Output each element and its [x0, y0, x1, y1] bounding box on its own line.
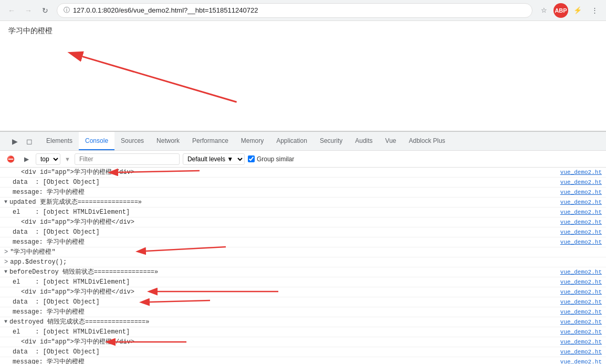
- console-line-content: el : [object HTMLDivElement]: [13, 277, 549, 287]
- console-line-content: message: 学习中的橙橙: [13, 188, 549, 197]
- console-line: <div id="app">学习中的橙橙</div> vue_demo2.ht: [0, 337, 606, 347]
- console-line-destroyed: ▼ destroyed 销毁完成状态================» vue_…: [0, 317, 606, 327]
- console-line: data : [Object Object] vue_demo2.ht: [0, 297, 606, 307]
- console-line-source[interactable]: vue_demo2.ht: [549, 287, 602, 297]
- console-line-source[interactable]: vue_demo2.ht: [549, 337, 602, 347]
- console-toolbar: ⛔ ▶ top ▼ Default levels ▼ Group similar: [0, 151, 606, 168]
- group-similar-label[interactable]: Group similar: [248, 155, 294, 163]
- console-line-content: message: 学习中的橙橙: [13, 307, 549, 317]
- annotation-arrow: [0, 21, 606, 131]
- console-line: el : [object HTMLDivElement] vue_demo2.h…: [0, 327, 606, 337]
- console-line-content: updated 更新完成状态================»: [9, 197, 549, 207]
- tab-console[interactable]: Console: [79, 132, 114, 150]
- browser-actions: ☆ ABP ⚡ ⋮: [537, 3, 602, 18]
- console-output: <div id="app">学习中的橙橙</div> vue_demo2.ht …: [0, 168, 606, 364]
- preserve-log-button[interactable]: ▶: [20, 153, 33, 165]
- tab-sources[interactable]: Sources: [114, 132, 150, 150]
- console-line-source[interactable]: vue_demo2.ht: [549, 357, 602, 364]
- console-line-content: el : [object HTMLDivElement]: [13, 207, 549, 217]
- select-arrow-icon: ▼: [65, 156, 70, 162]
- star-button[interactable]: ☆: [537, 3, 551, 18]
- extension-button[interactable]: ⚡: [570, 3, 585, 18]
- filter-input[interactable]: [75, 153, 180, 165]
- console-line-source[interactable]: vue_demo2.ht: [549, 297, 602, 307]
- console-line-command: > app.$destroy();: [0, 257, 606, 267]
- url-text: 127.0.0.1:8020/es6/vue_demo2.html?__hbt=…: [73, 6, 526, 14]
- console-line-source[interactable]: vue_demo2.ht: [549, 227, 602, 237]
- menu-button[interactable]: ⋮: [587, 3, 602, 18]
- console-line-content: beforeDestroy 销毁前状态================»: [9, 267, 549, 277]
- toggle-beforedestroy[interactable]: ▼: [4, 267, 7, 277]
- console-line: data : [Object Object] vue_demo2.ht: [0, 178, 606, 188]
- console-line-content: <div id="app">学习中的橙橙</div>: [21, 217, 549, 227]
- console-line-source[interactable]: vue_demo2.ht: [549, 307, 602, 317]
- clear-console-button[interactable]: ⛔: [4, 153, 17, 165]
- chevron-right-icon: >: [4, 257, 8, 267]
- console-line-content: el : [object HTMLDivElement]: [13, 327, 549, 337]
- console-line-content: <div id="app">学习中的橙橙</div>: [21, 287, 549, 297]
- console-line-content: message: 学习中的橙橙: [13, 237, 549, 247]
- browser-toolbar: ← → ↻ ⓘ 127.0.0.1:8020/es6/vue_demo2.htm…: [0, 0, 606, 21]
- tab-security[interactable]: Security: [314, 132, 349, 150]
- devtools-icons: ▶ ◻: [4, 132, 40, 150]
- console-line-content: data : [Object Object]: [13, 347, 549, 357]
- tab-elements[interactable]: Elements: [40, 132, 79, 150]
- console-line: message: 学习中的橙橙 vue_demo2.ht: [0, 188, 606, 197]
- console-line: data : [Object Object] vue_demo2.ht: [0, 347, 606, 357]
- toggle-destroyed[interactable]: ▼: [4, 317, 7, 327]
- tab-application[interactable]: Application: [270, 132, 314, 150]
- nav-buttons: ← → ↻: [4, 3, 53, 18]
- page-content-area: 学习中的橙橙: [0, 21, 606, 131]
- page-title: 学习中的橙橙: [8, 26, 598, 36]
- console-line-source[interactable]: vue_demo2.ht: [549, 277, 602, 287]
- console-line-source[interactable]: vue_demo2.ht: [549, 207, 602, 217]
- toggle-updated[interactable]: ▼: [4, 197, 7, 207]
- tab-adblock[interactable]: Adblock Plus: [403, 132, 452, 150]
- console-line-source[interactable]: vue_demo2.ht: [549, 347, 602, 357]
- lock-icon: ⓘ: [64, 6, 70, 15]
- tab-network[interactable]: Network: [150, 132, 186, 150]
- console-line: data : [Object Object] vue_demo2.ht: [0, 227, 606, 237]
- console-line-source[interactable]: vue_demo2.ht: [549, 237, 602, 247]
- console-line: el : [object HTMLDivElement] vue_demo2.h…: [0, 277, 606, 287]
- console-line-content: message: 学习中的橙橙: [13, 357, 549, 364]
- devtools-panel: ▶ ◻ Elements Console Sources Network Per…: [0, 131, 606, 364]
- address-bar[interactable]: ⓘ 127.0.0.1:8020/es6/vue_demo2.html?__hb…: [57, 3, 532, 18]
- console-line-content: data : [Object Object]: [13, 297, 549, 307]
- console-line: el : [object HTMLDivElement] vue_demo2.h…: [0, 207, 606, 217]
- abp-button[interactable]: ABP: [553, 3, 568, 18]
- console-line-source[interactable]: vue_demo2.ht: [549, 197, 602, 207]
- svg-line-1: [82, 57, 237, 102]
- console-line-source[interactable]: vue_demo2.ht: [549, 178, 602, 187]
- console-line-source[interactable]: vue_demo2.ht: [549, 217, 602, 227]
- console-line-source[interactable]: vue_demo2.ht: [549, 267, 602, 277]
- console-line-content: data : [Object Object]: [13, 227, 549, 237]
- levels-select[interactable]: Default levels ▼: [183, 153, 245, 165]
- back-button[interactable]: ←: [4, 3, 19, 18]
- console-line-content: data : [Object Object]: [13, 178, 549, 187]
- console-line-source[interactable]: vue_demo2.ht: [549, 188, 602, 197]
- console-line-content: <div id="app">学习中的橙橙</div>: [21, 337, 549, 347]
- forward-button[interactable]: →: [21, 3, 36, 18]
- console-line-string: > "学习中的橙橙": [0, 247, 606, 257]
- tab-memory[interactable]: Memory: [235, 132, 270, 150]
- console-line-source[interactable]: vue_demo2.ht: [549, 327, 602, 337]
- console-line-content: app.$destroy();: [10, 257, 602, 267]
- console-line-source[interactable]: vue_demo2.ht: [549, 317, 602, 327]
- tab-vue[interactable]: Vue: [379, 132, 403, 150]
- console-line-updated: ▼ updated 更新完成状态================» vue_de…: [0, 197, 606, 207]
- inspect-icon[interactable]: ▶: [8, 135, 21, 148]
- tab-audits[interactable]: Audits: [349, 132, 379, 150]
- console-line: message: 学习中的橙橙 vue_demo2.ht: [0, 357, 606, 364]
- console-line: <div id="app">学习中的橙橙</div> vue_demo2.ht: [0, 287, 606, 297]
- console-line: <div id="app">学习中的橙橙</div> vue_demo2.ht: [0, 217, 606, 227]
- tab-performance[interactable]: Performance: [186, 132, 235, 150]
- console-line: message: 学习中的橙橙 vue_demo2.ht: [0, 237, 606, 247]
- console-line-source[interactable]: vue_demo2.ht: [549, 168, 602, 177]
- console-line-content: <div id="app">学习中的橙橙</div>: [21, 168, 549, 177]
- device-icon[interactable]: ◻: [23, 135, 36, 148]
- refresh-button[interactable]: ↻: [38, 3, 53, 18]
- console-line: message: 学习中的橙橙 vue_demo2.ht: [0, 307, 606, 317]
- context-select[interactable]: top: [36, 153, 60, 165]
- group-similar-checkbox[interactable]: [248, 155, 255, 162]
